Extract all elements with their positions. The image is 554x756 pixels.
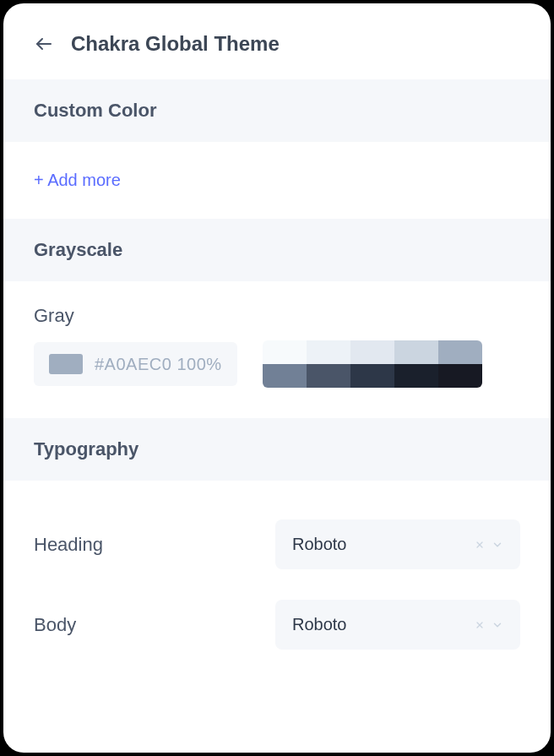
palette-swatch[interactable] <box>263 340 307 364</box>
body-font-row: Body Roboto <box>3 585 551 665</box>
panel-header: Chakra Global Theme <box>3 3 551 79</box>
palette-swatch[interactable] <box>307 340 350 364</box>
theme-panel: Chakra Global Theme Custom Color + Add m… <box>3 3 551 753</box>
typography-section-header: Typography <box>3 418 551 481</box>
palette-swatch[interactable] <box>438 364 482 388</box>
custom-color-section-header: Custom Color <box>3 79 551 142</box>
body-font-select[interactable]: Roboto <box>275 600 520 650</box>
heading-font-row: Heading Roboto <box>3 504 551 585</box>
back-arrow-icon[interactable] <box>34 34 54 54</box>
custom-color-body: + Add more <box>3 142 551 219</box>
gray-hex-value: #A0AEC0 100% <box>95 355 222 374</box>
body-font-value: Roboto <box>292 615 347 634</box>
palette-swatch[interactable] <box>394 340 438 364</box>
gray-color-label: Gray <box>3 281 551 340</box>
select-controls <box>475 619 503 631</box>
gray-color-row: #A0AEC0 100% <box>3 340 551 418</box>
gray-palette[interactable] <box>263 340 482 388</box>
gray-color-input[interactable]: #A0AEC0 100% <box>34 342 237 386</box>
heading-font-label: Heading <box>34 534 250 556</box>
select-controls <box>475 539 503 551</box>
page-title: Chakra Global Theme <box>71 32 280 56</box>
add-more-button[interactable]: + Add more <box>34 171 121 190</box>
heading-font-select[interactable]: Roboto <box>275 519 520 569</box>
palette-swatch[interactable] <box>263 364 307 388</box>
body-font-label: Body <box>34 614 250 636</box>
heading-font-value: Roboto <box>292 535 347 554</box>
typography-body: Heading Roboto Body Roboto <box>3 481 551 665</box>
chevron-down-icon[interactable] <box>492 619 503 631</box>
grayscale-section-header: Grayscale <box>3 219 551 281</box>
palette-swatch[interactable] <box>438 340 482 364</box>
palette-swatch[interactable] <box>307 364 350 388</box>
clear-icon[interactable] <box>475 540 485 550</box>
palette-swatch[interactable] <box>350 364 394 388</box>
palette-swatch[interactable] <box>394 364 438 388</box>
chevron-down-icon[interactable] <box>492 539 503 551</box>
palette-swatch[interactable] <box>350 340 394 364</box>
gray-swatch-icon <box>49 354 83 374</box>
clear-icon[interactable] <box>475 620 485 630</box>
